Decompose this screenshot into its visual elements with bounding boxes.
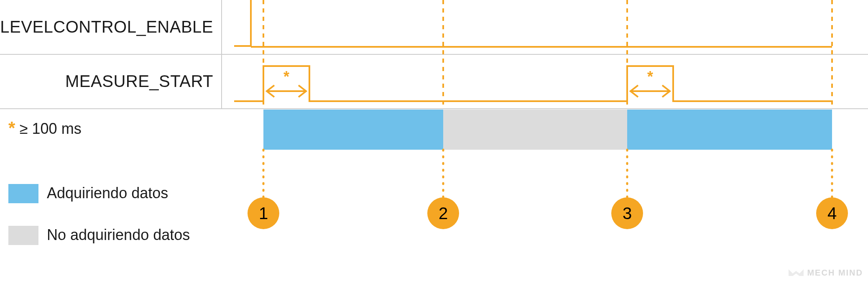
marker-1-label: 1: [259, 204, 268, 222]
marker-3-label: 3: [623, 204, 632, 222]
marker-4-label: 4: [827, 204, 837, 222]
marker-4: 4: [816, 197, 848, 229]
marker-2-label: 2: [439, 204, 448, 222]
pulse-width-asterisk-2: *: [647, 68, 653, 85]
row-label-measure-start: MEASURE_START: [65, 72, 213, 90]
watermark: MECH MIND: [788, 268, 863, 278]
legend-swatch-acquiring: [8, 184, 38, 203]
footnote-text: ≥ 100 ms: [20, 120, 82, 137]
legend-label-not-acquiring: No adquiriendo datos: [47, 226, 190, 243]
pulse-width-asterisk-1: *: [283, 68, 289, 85]
watermark-text: MECH MIND: [807, 268, 863, 278]
legend-label-acquiring: Adquiriendo datos: [47, 184, 168, 202]
acq-interval-1: [263, 110, 443, 150]
signal-measure-start: [234, 66, 832, 101]
footnote-asterisk: *: [8, 118, 15, 138]
marker-1: 1: [248, 197, 279, 229]
idle-interval-1: [443, 110, 627, 150]
footnote: * ≥ 100 ms: [8, 118, 82, 138]
acq-interval-2: [627, 110, 832, 150]
pulse-width-annotation-1: *: [267, 68, 306, 97]
pulse-width-annotation-2: *: [631, 68, 670, 97]
marker-3: 3: [611, 197, 643, 229]
marker-2: 2: [427, 197, 459, 229]
legend-swatch-not-acquiring: [8, 226, 38, 245]
row-label-levelcontrol-enable: LEVELCONTROL_ENABLE: [0, 18, 213, 36]
